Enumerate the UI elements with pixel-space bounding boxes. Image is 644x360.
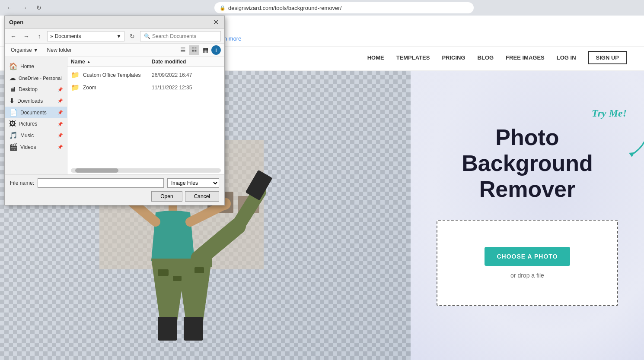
sidebar-documents-label: Documents [20, 110, 47, 116]
onedrive-icon: ☁ [9, 74, 16, 82]
dialog-action-buttons: Open Cancel [10, 191, 219, 202]
view-details-button[interactable]: ☷ [189, 45, 199, 55]
info-button[interactable]: i [211, 45, 221, 55]
file-item-0[interactable]: 📁 Custom Office Templates 26/09/2022 16:… [67, 69, 224, 81]
dialog-refresh-button[interactable]: ↻ [127, 31, 137, 41]
folder-icon-0: 📁 [71, 71, 80, 79]
file-item-1[interactable]: 📁 Zoom 11/11/2022 12:35 [67, 81, 224, 94]
dialog-main-area: Name ▲ Date modified 📁 Custom Office Tem… [67, 57, 224, 174]
sidebar-music-label: Music [20, 133, 34, 139]
sidebar-onedrive-label: OneDrive - Personal [19, 76, 62, 81]
music-icon: 🎵 [9, 131, 18, 139]
dialog-toolbar: ← → ↑ » Documents ▼ ↻ 🔍 [5, 29, 224, 44]
file-name-1: Zoom [83, 85, 148, 91]
dialog-sidebar: 🏠 Home ☁ OneDrive - Personal 🖥 Desktop 📌… [5, 57, 67, 174]
videos-icon: 🎬 [9, 143, 18, 151]
file-name-0: Custom Office Templates [83, 72, 148, 78]
folder-icon-1: 📁 [71, 83, 80, 92]
sidebar-desktop-label: Desktop [19, 86, 38, 92]
dialog-search-box[interactable]: 🔍 [140, 31, 221, 41]
downloads-icon: ⬇ [9, 97, 15, 105]
path-arrow: » [50, 33, 53, 39]
music-pin: 📌 [57, 133, 63, 138]
file-list: 📁 Custom Office Templates 26/09/2022 16:… [67, 67, 224, 167]
sidebar-item-onedrive[interactable]: ☁ OneDrive - Personal [5, 72, 67, 84]
filename-label: File name: [10, 180, 34, 186]
dialog-close-button[interactable]: ✕ [211, 18, 220, 27]
filename-row: File name: Image Files [10, 178, 219, 188]
filetype-select[interactable]: Image Files [167, 178, 219, 188]
documents-pin: 📌 [57, 110, 63, 115]
scrollbar-thumb[interactable] [75, 168, 118, 173]
home-icon: 🏠 [9, 62, 18, 70]
path-text: Documents [55, 33, 81, 39]
organise-button[interactable]: Organise ▼ [8, 46, 41, 54]
address-bar[interactable]: 🔒 designwizard.com/tools/background-remo… [214, 2, 474, 13]
view-list-button[interactable]: ☰ [178, 45, 188, 55]
sidebar-videos-label: Videos [20, 144, 36, 150]
new-folder-button[interactable]: New folder [45, 46, 74, 54]
documents-icon: 📄 [9, 108, 18, 117]
sidebar-pictures-label: Pictures [19, 121, 37, 127]
sidebar-item-desktop[interactable]: 🖥 Desktop 📌 [5, 84, 67, 95]
new-folder-label: New folder [47, 47, 72, 53]
view-buttons: ☰ ☷ ▦ i [178, 45, 221, 55]
sidebar-item-videos[interactable]: 🎬 Videos 📌 [5, 141, 67, 153]
dialog-title-bar: Open ✕ [5, 16, 224, 29]
horizontal-scrollbar[interactable] [71, 168, 221, 173]
path-down-arrow: ▼ [116, 33, 121, 39]
search-input[interactable] [152, 33, 217, 39]
dialog-actions-bar: Organise ▼ New folder ☰ ☷ ▦ i [5, 44, 224, 57]
sidebar-item-documents[interactable]: 📄 Documents 📌 [5, 107, 67, 118]
pictures-pin: 📌 [57, 122, 63, 126]
date-column-header[interactable]: Date modified [152, 59, 221, 65]
desktop-icon: 🖥 [9, 85, 16, 93]
downloads-pin: 📌 [57, 98, 63, 103]
sidebar-downloads-label: Downloads [17, 98, 43, 104]
organise-dropdown-icon: ▼ [33, 47, 38, 53]
sidebar-item-home[interactable]: 🏠 Home [5, 60, 67, 72]
search-icon: 🔍 [144, 33, 150, 39]
videos-pin: 📌 [57, 145, 63, 149]
sidebar-item-pictures[interactable]: 🖼 Pictures 📌 [5, 118, 67, 129]
organise-label: Organise [11, 47, 32, 53]
filename-input[interactable] [38, 178, 164, 188]
browser-chrome: ← → ↻ 🔒 designwizard.com/tools/backgroun… [0, 0, 644, 16]
dialog-footer: File name: Image Files Open Cancel [5, 174, 224, 205]
back-button[interactable]: ← [3, 2, 16, 14]
sidebar-item-music[interactable]: 🎵 Music 📌 [5, 129, 67, 141]
dialog-forward-button[interactable]: → [21, 31, 32, 41]
dialog-path-bar[interactable]: » Documents ▼ [47, 31, 124, 41]
forward-button[interactable]: → [18, 2, 30, 14]
file-dialog-overlay: Open ✕ ← → ↑ » Documents ▼ ↻ 🔍 Organise … [0, 16, 644, 360]
sidebar-home-label: Home [20, 63, 34, 69]
desktop-pin: 📌 [57, 87, 63, 92]
sort-arrow: ▲ [87, 60, 91, 64]
dialog-back-button[interactable]: ← [8, 31, 19, 41]
url-text: designwizard.com/tools/background-remove… [228, 5, 341, 11]
file-date-0: 26/09/2022 16:47 [152, 72, 221, 78]
refresh-button[interactable]: ↻ [33, 2, 45, 14]
file-open-dialog: Open ✕ ← → ↑ » Documents ▼ ↻ 🔍 Organise … [4, 16, 225, 205]
lock-icon: 🔒 [220, 5, 226, 11]
dialog-title: Open [9, 19, 23, 25]
sidebar-item-downloads[interactable]: ⬇ Downloads 📌 [5, 95, 67, 107]
name-column-header[interactable]: Name ▲ [71, 59, 152, 65]
pictures-icon: 🖼 [9, 120, 16, 128]
cancel-button[interactable]: Cancel [185, 191, 219, 202]
dialog-body: 🏠 Home ☁ OneDrive - Personal 🖥 Desktop 📌… [5, 57, 224, 174]
column-headers: Name ▲ Date modified [67, 57, 224, 67]
file-date-1: 11/11/2022 12:35 [152, 85, 221, 91]
dialog-up-button[interactable]: ↑ [34, 31, 45, 41]
view-large-icons-button[interactable]: ▦ [200, 45, 210, 55]
open-button[interactable]: Open [151, 191, 182, 202]
